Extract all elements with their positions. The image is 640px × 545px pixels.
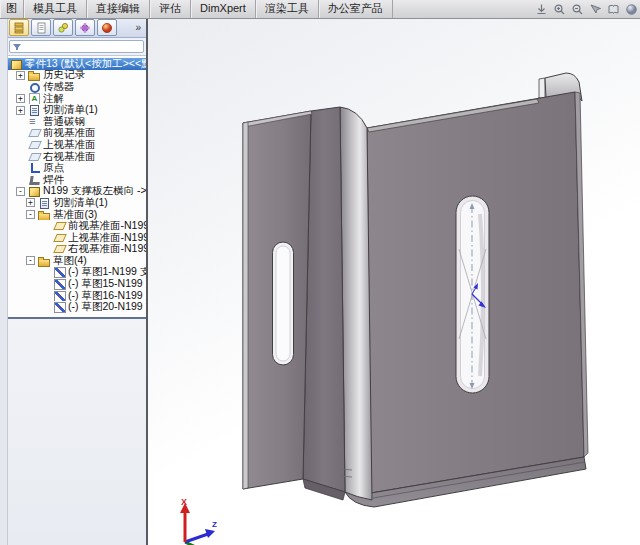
part-icon (10, 58, 23, 70)
plane-icon (53, 232, 66, 244)
model-hem-endcap[interactable] (539, 78, 545, 98)
tree-item-sketch15[interactable]: (-) 草图15-N199 支撑板 (7, 278, 146, 290)
appearance-ball-icon (101, 22, 113, 34)
filter-row (7, 38, 146, 56)
weldment-icon (28, 174, 41, 186)
menu-tab-mold-tools[interactable]: 模具工具 (24, 0, 87, 18)
tree-item-top-plane[interactable]: 上视基准面 (7, 139, 146, 151)
menu-tab-bar: 图 模具工具 直接编辑 评估 DimXpert 渲染工具 办公室产品 (0, 0, 640, 19)
feature-tree-icon (13, 22, 25, 34)
tree-filter-input[interactable] (9, 40, 144, 53)
bracket-model[interactable] (243, 73, 588, 507)
book-icon[interactable] (607, 3, 620, 16)
tree-item-history[interactable]: + 历史记录 (7, 70, 146, 82)
left-slot-inner (276, 246, 290, 361)
tree-item-weldment[interactable]: 焊件 (7, 174, 146, 186)
tree-item-sketch16[interactable]: (-) 草图16-N199 支撑板 (7, 290, 146, 302)
plane-icon (53, 220, 66, 232)
property-manager-tab[interactable] (31, 19, 51, 36)
tree-item-root[interactable]: 零件13 (默认<按加工><<默认> (7, 58, 146, 70)
annotations-icon (28, 93, 41, 105)
configuration-manager-tab[interactable] (53, 19, 73, 36)
collapse-icon[interactable]: - (16, 187, 25, 196)
expand-icon[interactable]: + (26, 198, 35, 207)
tree-item-cutlist[interactable]: + 切割清单(1) (7, 104, 146, 116)
menu-tab-dimxpert[interactable]: DimXpert (191, 0, 256, 18)
dimxpert-manager-tab[interactable] (75, 19, 95, 36)
dimxpert-icon (79, 22, 91, 34)
triad-x-label: X (181, 497, 187, 507)
sketch-icon (53, 301, 66, 313)
tree-item-planes-folder[interactable]: - 基准面(3) (7, 209, 146, 221)
triad-z-axis (185, 534, 208, 542)
tree-item-annotations[interactable]: + 注解 (7, 93, 146, 105)
expand-icon[interactable]: + (16, 106, 25, 115)
menu-tab-direct-editing[interactable]: 直接编辑 (87, 0, 150, 18)
plane-icon (28, 139, 41, 151)
cutlist-icon (38, 197, 51, 209)
sketch-icon (53, 290, 66, 302)
triad-z-arrowhead (205, 529, 215, 538)
material-icon (28, 116, 41, 128)
panel-lower-area (7, 319, 146, 545)
plane-icon (28, 128, 41, 140)
tree-item-front-plane[interactable]: 前视基准面 (7, 128, 146, 140)
feature-manager-panel: » 零件13 (默认<按加工><<默认> + 历史记录 传感器 + 注解 + (7, 18, 148, 545)
history-folder-icon (28, 70, 41, 82)
sketch-icon (53, 278, 66, 290)
select-filter-icon[interactable] (589, 3, 602, 16)
cutlist-icon (28, 104, 41, 116)
tree-item-sketches-folder[interactable]: - 草图(4) (7, 255, 146, 267)
tree-item-sub-right-plane[interactable]: 右视基准面-N199 支撑 (7, 244, 146, 256)
tree-item-sub-front-plane[interactable]: 前视基准面-N199 支撑 (7, 220, 146, 232)
tree-item-sub-top-plane[interactable]: 上视基准面-N199 支撑 (7, 232, 146, 244)
zoom-in-icon[interactable] (553, 3, 566, 16)
folder-icon (38, 255, 51, 267)
expand-icon[interactable]: + (16, 71, 25, 80)
zoom-out-icon[interactable] (571, 3, 584, 16)
orientation-triad[interactable]: X Z (180, 497, 217, 545)
configurations-icon (57, 22, 69, 34)
collapse-icon[interactable]: - (26, 256, 35, 265)
collapse-icon[interactable]: - (26, 210, 35, 219)
tree-item-n199-body[interactable]: - N199 支撑板左横向 -> (7, 186, 146, 198)
plane-icon (28, 151, 41, 163)
property-page-icon (35, 22, 47, 34)
folder-icon (38, 209, 51, 221)
left-window-strip (0, 18, 8, 545)
model-left-side-edge[interactable] (243, 122, 248, 489)
tree-item-right-plane[interactable]: 右视基准面 (7, 151, 146, 163)
expand-icon[interactable]: + (16, 94, 25, 103)
tree-item-sketch20[interactable]: (-) 草图20-N199 支撑板 (7, 301, 146, 313)
subpart-icon (28, 186, 41, 198)
panel-expand-chevron[interactable]: » (132, 22, 144, 33)
filter-funnel-stem (16, 47, 18, 50)
tree-item-sketch1[interactable]: (-) 草图1-N199 支撑板 (7, 267, 146, 279)
quick-view-toolbar (535, 0, 640, 18)
menu-tab-render-tools[interactable]: 渲染工具 (256, 0, 319, 18)
reload-arrow-icon[interactable] (535, 3, 548, 16)
feature-tree: 零件13 (默认<按加工><<默认> + 历史记录 传感器 + 注解 + 切割清… (7, 56, 146, 313)
panel-tab-bar: » (7, 18, 146, 38)
sensor-icon (28, 81, 41, 93)
display-manager-tab[interactable] (97, 19, 117, 36)
tree-item-sensors[interactable]: 传感器 (7, 81, 146, 93)
origin-icon (28, 162, 41, 174)
tree-item-sub-cutlist[interactable]: + 切割清单(1) (7, 197, 146, 209)
plane-icon (53, 244, 66, 256)
appearance-sphere-icon[interactable] (625, 3, 638, 16)
menu-tab-office-products[interactable]: 办公室产品 (319, 0, 393, 18)
menu-tab-view[interactable]: 图 (0, 0, 24, 18)
tree-item-material[interactable]: 普通碳钢 (7, 116, 146, 128)
menu-tab-evaluate[interactable]: 评估 (150, 0, 191, 18)
feature-manager-tab[interactable] (9, 19, 29, 36)
tree-item-origin[interactable]: 原点 (7, 162, 146, 174)
triad-z-label: Z (212, 520, 217, 529)
sketch-icon (53, 267, 66, 279)
